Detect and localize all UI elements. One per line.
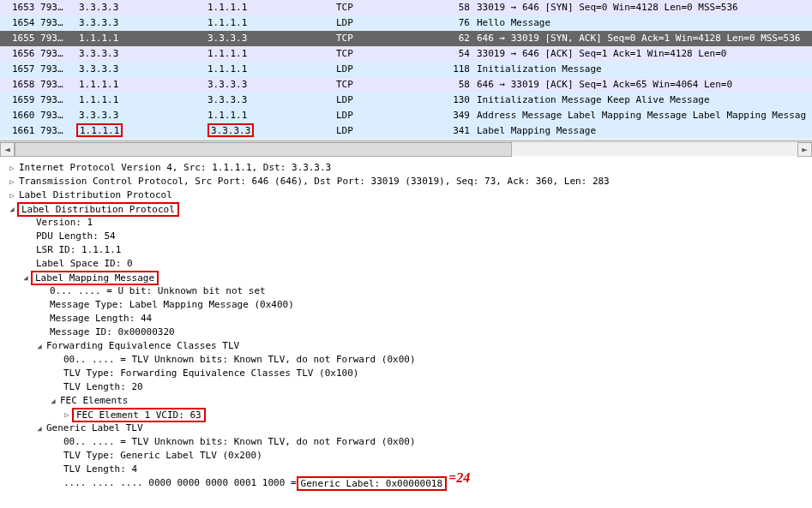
tree-tcp[interactable]: ▷Transmission Control Protocol, Src Port…: [7, 175, 812, 188]
packet-list-hscrollbar[interactable]: ◄ ►: [0, 141, 812, 156]
col-no: 1656 793…: [12, 46, 79, 62]
tree-label: LSR ID: 1.1.1.1: [34, 243, 121, 257]
packet-row[interactable]: 1654 793…3.3.3.31.1.1.1LDP76Hello Messag…: [0, 15, 812, 31]
tree-fec-tlv[interactable]: ◢Forwarding Equivalence Classes TLV: [7, 339, 812, 353]
col-src: 3.3.3.3: [79, 62, 208, 77]
tree-label: Generic Label TLV: [45, 421, 143, 435]
col-len: 54: [432, 46, 473, 62]
collapse-icon: ◢: [34, 339, 45, 353]
col-src: 3.3.3.3: [79, 0, 208, 15]
tree-label-mapping-msg[interactable]: ◢Label Mapping Message: [7, 271, 812, 284]
tree-version[interactable]: Version: 1: [7, 216, 812, 230]
col-proto: LDP: [336, 93, 432, 108]
packet-row[interactable]: 1659 793…1.1.1.13.3.3.3LDP130Initializat…: [0, 93, 812, 108]
tree-generic-label-tlv[interactable]: ◢Generic Label TLV: [7, 421, 812, 435]
tree-label: Forwarding Equivalence Classes TLV: [45, 339, 239, 353]
col-len: 341: [432, 123, 473, 139]
tree-fec-element-1[interactable]: ▷FEC Element 1 VCID: 63: [7, 408, 812, 421]
col-info: Initialization Message: [473, 62, 812, 77]
tree-ip[interactable]: ▷Internet Protocol Version 4, Src: 1.1.1…: [7, 161, 812, 175]
col-src: 1.1.1.1: [79, 123, 208, 139]
lmm-highlight: Label Mapping Message: [31, 271, 159, 285]
col-dst: 1.1.1.1: [208, 62, 336, 77]
col-proto: TCP: [336, 46, 432, 62]
generic-label-highlight: Generic Label: 0x00000018: [297, 476, 448, 491]
tree-label-space[interactable]: Label Space ID: 0: [7, 257, 812, 271]
tree-generic-label-value[interactable]: .... .... .... 0000 0000 0000 0001 1000 …: [7, 476, 812, 490]
tree-msg-length[interactable]: Message Length: 44: [7, 312, 812, 326]
col-info: 33019 → 646 [SYN] Seq=0 Win=4128 Len=0 M…: [473, 0, 812, 15]
tree-ubit[interactable]: 0... .... = U bit: Unknown bit not set: [7, 284, 812, 298]
col-dst: 3.3.3.3: [208, 93, 336, 108]
col-info: 33019 → 646 [ACK] Seq=1 Ack=1 Win=4128 L…: [473, 46, 812, 62]
tree-msg-type[interactable]: Message Type: Label Mapping Message (0x4…: [7, 298, 812, 312]
col-info: Address Message Label Mapping Message La…: [473, 108, 812, 123]
col-proto: TCP: [336, 31, 432, 46]
tree-pdu-length[interactable]: PDU Length: 54: [7, 230, 812, 243]
col-dst: 1.1.1.1: [208, 0, 336, 15]
tree-label: Version: 1: [34, 216, 93, 230]
col-info: 646 → 33019 [SYN, ACK] Seq=0 Ack=1 Win=4…: [473, 31, 812, 46]
packet-row[interactable]: 1658 793…1.1.1.13.3.3.3TCP58646 → 33019 …: [0, 77, 812, 93]
col-src: 3.3.3.3: [79, 46, 208, 62]
col-len: 118: [432, 62, 473, 77]
col-info: Label Mapping Message: [473, 123, 812, 139]
tree-lsr-id[interactable]: LSR ID: 1.1.1.1: [7, 243, 812, 257]
tree-msg-id[interactable]: Message ID: 0x00000320: [7, 326, 812, 339]
ldp-header-highlight: Label Distribution Protocol: [17, 202, 179, 217]
col-no: 1657 793…: [12, 62, 79, 77]
packet-row[interactable]: 1661 793…1.1.1.13.3.3.3LDP341Label Mappi…: [0, 123, 812, 139]
col-len: 130: [432, 93, 473, 108]
packet-row[interactable]: 1655 793…1.1.1.13.3.3.3TCP62646 → 33019 …: [0, 31, 812, 46]
col-proto: TCP: [336, 77, 432, 93]
annotation-24: =24: [448, 471, 470, 485]
collapse-icon: ◢: [21, 271, 31, 284]
tree-fec-type[interactable]: TLV Type: Forwarding Equivalence Classes…: [7, 367, 812, 380]
tree-ldp-1[interactable]: ▷Label Distribution Protocol: [7, 188, 812, 202]
tree-label: TLV Type: Forwarding Equivalence Classes…: [62, 367, 358, 380]
tree-label-bits: .... .... .... 0000 0000 0000 0001 1000 …: [62, 476, 297, 490]
tree-gen-len[interactable]: TLV Length: 4: [7, 463, 812, 476]
col-src: 1.1.1.1: [79, 31, 208, 46]
expand-icon: ▷: [7, 175, 17, 188]
col-len: 62: [432, 31, 473, 46]
packet-row[interactable]: 1656 793…3.3.3.31.1.1.1TCP5433019 → 646 …: [0, 46, 812, 62]
col-src: 3.3.3.3: [79, 108, 208, 123]
tree-label: Message Type: Label Mapping Message (0x4…: [48, 298, 294, 312]
tree-ldp-2[interactable]: ◢Label Distribution Protocol: [7, 202, 812, 216]
tree-fec-unknown[interactable]: 00.. .... = TLV Unknown bits: Known TLV,…: [7, 353, 812, 367]
scroll-left-button[interactable]: ◄: [0, 142, 15, 157]
tree-fec-len[interactable]: TLV Length: 20: [7, 380, 812, 394]
tree-gen-unknown[interactable]: 00.. .... = TLV Unknown bits: Known TLV,…: [7, 435, 812, 449]
packet-row[interactable]: 1660 793…3.3.3.31.1.1.1LDP349Address Mes…: [0, 108, 812, 123]
tree-label: TLV Length: 4: [62, 463, 137, 476]
packet-row[interactable]: 1653 793…3.3.3.31.1.1.1TCP5833019 → 646 …: [0, 0, 812, 15]
tree-label: Message Length: 44: [48, 312, 152, 326]
tree-label: PDU Length: 54: [34, 230, 116, 243]
packet-list-pane[interactable]: 1653 793…3.3.3.31.1.1.1TCP5833019 → 646 …: [0, 0, 812, 141]
col-dst: 1.1.1.1: [208, 46, 336, 62]
col-dst: 1.1.1.1: [208, 15, 336, 31]
col-proto: LDP: [336, 108, 432, 123]
tree-fec-elements[interactable]: ◢FEC Elements: [7, 394, 812, 408]
col-info: 646 → 33019 [ACK] Seq=1 Ack=65 Win=4064 …: [473, 77, 812, 93]
scrollbar-thumb[interactable]: [15, 142, 512, 157]
col-proto: TCP: [336, 0, 432, 15]
packet-details-pane[interactable]: ▷Internet Protocol Version 4, Src: 1.1.1…: [0, 158, 812, 490]
collapse-icon: ◢: [48, 394, 58, 408]
col-info: Hello Message: [473, 15, 812, 31]
col-proto: LDP: [336, 123, 432, 139]
triangle-left-icon: ◄: [4, 144, 10, 155]
tree-label: FEC Elements: [58, 394, 128, 408]
col-src: 3.3.3.3: [79, 15, 208, 31]
col-no: 1654 793…: [12, 15, 79, 31]
tree-label: TLV Type: Generic Label TLV (0x200): [62, 449, 262, 463]
col-src: 1.1.1.1: [79, 77, 208, 93]
col-len: 76: [432, 15, 473, 31]
tree-label: TLV Length: 20: [62, 380, 143, 394]
col-no: 1661 793…: [12, 123, 79, 139]
scroll-right-button[interactable]: ►: [797, 142, 812, 157]
packet-row[interactable]: 1657 793…3.3.3.31.1.1.1LDP118Initializat…: [0, 62, 812, 77]
tree-label: Message ID: 0x00000320: [48, 326, 175, 339]
tree-gen-type[interactable]: TLV Type: Generic Label TLV (0x200): [7, 449, 812, 463]
